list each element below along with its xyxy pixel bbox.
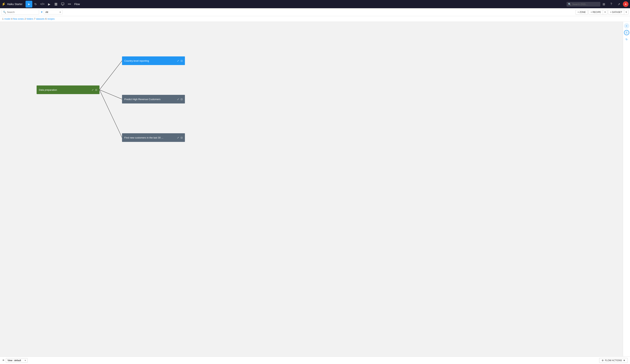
folders-count: 2 — [24, 18, 26, 20]
svg-line-6 — [100, 90, 122, 99]
node-icons-data-preparation: ⤢ ⊡ — [92, 88, 97, 91]
model-count: 1 — [2, 18, 4, 20]
nav-help-icon[interactable]: ? — [608, 1, 614, 7]
node-icons-country-reporting: ⤢ ⊡ — [177, 59, 183, 62]
nav-tab-more[interactable]: ••• — [66, 1, 73, 7]
add-zone-button[interactable]: + ZONE — [576, 10, 588, 15]
node-label-data-preparation: Data preparation — [39, 88, 89, 91]
flow-actions-button[interactable]: ⚙ FLOW ACTIONS ▼ — [599, 358, 628, 363]
nav-search-input[interactable] — [566, 2, 600, 6]
node-find-customers[interactable]: Find new customers in the last 30 ... ⤢ … — [122, 133, 185, 142]
node-label-country-reporting: Country-level reporting — [124, 59, 175, 62]
summary-row: 1 model 4 flow zones 2 folders 7 dataset… — [0, 16, 630, 22]
recipes-link[interactable]: recipes — [47, 18, 55, 20]
toolbar-search-wrap: 🔍 — [2, 9, 39, 15]
add-recipe-split: + RECIPE ▼ — [588, 10, 607, 15]
svg-rect-1 — [55, 4, 57, 4]
toolbar-filter: ▼ All Datasets Recipes Models — [40, 10, 62, 14]
top-nav: ⚡ Haiku Starter ➤ ↻ </> ▶ ••• Flow 🔍 ⊞ ?… — [0, 0, 630, 8]
node-window-icon-find-customers[interactable]: ⊡ — [180, 136, 183, 139]
nav-grid-icon[interactable]: ⊞ — [600, 1, 607, 7]
node-window-icon-predict-customers[interactable]: ⊡ — [180, 98, 183, 101]
recipes-count: 6 — [46, 18, 47, 20]
toolbar-search-input[interactable] — [2, 9, 39, 15]
node-icons-predict-customers: ⤢ ⊡ — [177, 98, 183, 101]
flow-actions-icon: ⚙ — [602, 359, 604, 362]
nav-tab-refresh[interactable]: ↻ — [32, 1, 39, 7]
filter-select[interactable]: All Datasets Recipes Models — [44, 10, 62, 14]
node-expand-icon-data-preparation[interactable]: ⤢ — [92, 88, 94, 91]
node-window-icon-data-preparation[interactable]: ⊡ — [95, 88, 97, 91]
nav-tab-code[interactable]: </> — [39, 1, 46, 7]
nav-right: ⊞ ? ↗ A — [600, 1, 628, 7]
folders-link[interactable]: folders — [26, 18, 33, 20]
nav-tab-database[interactable] — [52, 1, 59, 7]
sidebar-sync-button[interactable]: ↻ — [624, 37, 629, 42]
add-dataset-button[interactable]: + DATASET — [608, 10, 624, 14]
nav-search-wrap: 🔍 — [566, 2, 600, 6]
filter-select-wrap: All Datasets Recipes Models — [44, 10, 62, 14]
node-predict-customers[interactable]: Predict High Revenue Customers ⤢ ⊡ — [122, 95, 185, 103]
add-dataset-split: + DATASET ▼ — [608, 10, 628, 15]
add-recipe-button[interactable]: + RECIPE — [589, 10, 603, 14]
node-label-find-customers: Find new customers in the last 30 ... — [124, 136, 175, 139]
bottom-bar: 👁 View : default View : compact ⚙ FLOW A… — [0, 357, 630, 364]
node-icons-find-customers: ⤢ ⊡ — [177, 136, 183, 139]
node-window-icon-country-reporting[interactable]: ⊡ — [180, 59, 183, 62]
view-select-wrap: 👁 View : default View : compact — [2, 358, 28, 363]
flow-label: Flow — [74, 3, 80, 6]
toolbar-actions: + ZONE + RECIPE ▼ + DATASET ▼ — [576, 10, 628, 15]
zones-link[interactable]: flow zones — [13, 18, 24, 20]
node-country-reporting[interactable]: Country-level reporting ⤢ ⊡ — [122, 56, 185, 65]
svg-rect-3 — [62, 3, 64, 5]
add-dataset-arrow[interactable]: ▼ — [624, 10, 628, 14]
svg-rect-0 — [55, 3, 57, 3]
node-expand-icon-predict-customers[interactable]: ⤢ — [177, 98, 179, 101]
flow-actions-arrow: ▼ — [623, 359, 625, 362]
node-data-preparation[interactable]: Data preparation ⤢ ⊡ — [36, 85, 100, 94]
view-eye-icon: 👁 — [2, 359, 5, 362]
node-expand-icon-country-reporting[interactable]: ⤢ — [177, 59, 179, 62]
svg-rect-4 — [62, 5, 63, 5]
flow-canvas[interactable]: Data preparation ⤢ ⊡ Country-level repor… — [0, 22, 630, 357]
nav-activity-icon[interactable]: ↗ — [615, 1, 622, 7]
sidebar-add-button[interactable]: + — [624, 23, 629, 28]
toolbar-row: 🔍 ▼ All Datasets Recipes Models + ZONE +… — [0, 8, 630, 16]
connections-svg — [0, 22, 630, 357]
svg-rect-2 — [55, 5, 57, 5]
nav-tab-flow[interactable]: ➤ — [26, 1, 32, 7]
sidebar-info-button[interactable]: i — [624, 30, 629, 35]
datasets-count: 7 — [34, 18, 35, 20]
svg-line-5 — [100, 61, 122, 90]
nav-tab-screen[interactable] — [59, 1, 66, 7]
add-recipe-arrow[interactable]: ▼ — [603, 10, 607, 14]
svg-line-7 — [100, 90, 122, 138]
nav-avatar[interactable]: A — [623, 1, 628, 7]
node-label-predict-customers: Predict High Revenue Customers — [124, 98, 175, 101]
filter-icon: ▼ — [40, 11, 43, 13]
node-expand-icon-find-customers[interactable]: ⤢ — [177, 136, 179, 139]
flow-actions-label: FLOW ACTIONS — [605, 359, 622, 362]
app-logo: ⚡ — [2, 2, 6, 6]
right-sidebar: + i ↻ — [623, 22, 630, 357]
app-name: Haiku Starter — [7, 3, 22, 6]
zones-count: 4 — [11, 18, 12, 20]
nav-tab-play[interactable]: ▶ — [46, 1, 52, 7]
view-select[interactable]: View : default View : compact — [6, 358, 28, 363]
datasets-link[interactable]: datasets — [36, 18, 44, 20]
model-link[interactable]: model — [4, 18, 10, 20]
